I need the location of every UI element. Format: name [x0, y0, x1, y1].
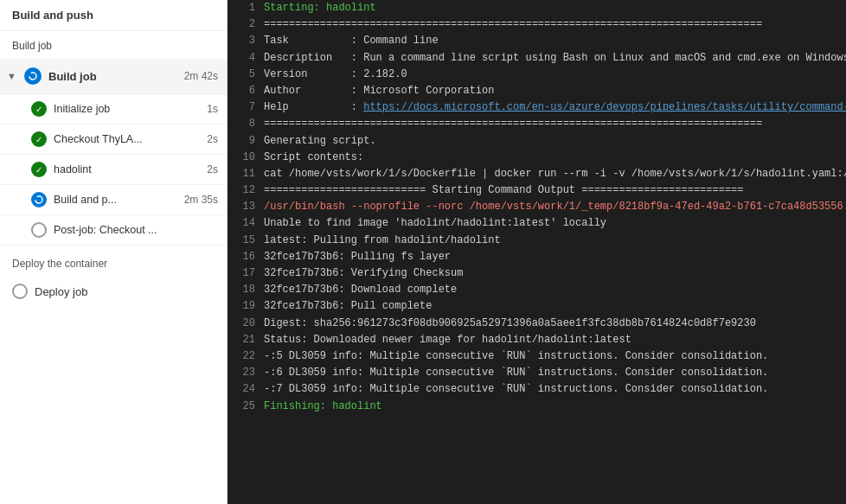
svg-point-1: [35, 196, 42, 203]
build-job-status-icon: [24, 67, 42, 85]
line-content: Digest: sha256:961273c3f08db906925a52971…: [264, 316, 846, 332]
chevron-down-icon: ▼: [7, 71, 21, 81]
line-content: 32fce17b73b6: Pulling fs layer: [264, 249, 846, 265]
line-number: 13: [228, 199, 264, 215]
log-row: 14Unable to find image 'hadolint/hadolin…: [228, 215, 846, 232]
line-number: 24: [228, 381, 264, 398]
step-post-checkout[interactable]: Post-job: Checkout ...: [0, 215, 227, 246]
line-content: -:6 DL3059 info: Multiple consecutive `R…: [264, 365, 846, 381]
log-row: 3Task : Command line: [228, 33, 846, 49]
step-post-checkout-name: Post-job: Checkout ...: [54, 224, 211, 236]
line-content: Generating script.: [264, 133, 846, 150]
line-content: Script contents:: [264, 150, 846, 166]
log-row: 1732fce17b73b6: Verifying Checksum: [228, 265, 846, 282]
line-number: 15: [228, 233, 264, 249]
step-build-running-icon: [31, 192, 47, 207]
line-number: 14: [228, 215, 264, 232]
deploy-section-label: Deploy the container: [0, 249, 227, 275]
line-content: cat /home/vsts/work/1/s/Dockerfile | doc…: [264, 166, 846, 182]
line-number: 1: [228, 0, 264, 16]
pipeline-title: Build and push: [0, 0, 227, 31]
deploy-job-header[interactable]: Deploy job: [0, 275, 227, 308]
log-row: 1Starting: hadolint: [228, 0, 846, 16]
step-initialize-job[interactable]: ✓ Initialize job 1s: [0, 94, 227, 124]
line-number: 25: [228, 399, 264, 415]
build-section-label: Build job: [0, 31, 227, 59]
line-content: Status: Downloaded newer image for hadol…: [264, 332, 846, 348]
log-row: 23-:6 DL3059 info: Multiple consecutive …: [228, 365, 846, 381]
step-success-icon: ✓: [31, 101, 47, 117]
log-row: 11cat /home/vsts/work/1/s/Dockerfile | d…: [228, 166, 846, 182]
line-content: ========================== Starting Comm…: [264, 182, 846, 199]
log-row: 25Finishing: hadolint: [228, 399, 846, 415]
line-number: 7: [228, 99, 264, 116]
step-hadolint-time: 2s: [207, 163, 218, 175]
step-build-time: 2m 35s: [184, 194, 218, 206]
log-row: 8=======================================…: [228, 116, 846, 132]
line-number: 10: [228, 150, 264, 166]
log-row: 10Script contents:: [228, 150, 846, 166]
line-content: -:5 DL3059 info: Multiple consecutive `R…: [264, 348, 846, 365]
line-number: 4: [228, 50, 264, 67]
step-hadolint-success-icon: ✓: [31, 162, 47, 177]
line-number: 8: [228, 116, 264, 132]
build-job-header[interactable]: ▼ Build job 2m 42s: [0, 59, 227, 94]
line-number: 18: [228, 282, 264, 298]
line-content: Description : Run a command line script …: [264, 50, 846, 67]
step-post-pending-icon: [31, 222, 47, 238]
line-content: -:7 DL3059 info: Multiple consecutive `R…: [264, 381, 846, 398]
log-row: 20Digest: sha256:961273c3f08db906925a529…: [228, 316, 846, 332]
line-number: 16: [228, 249, 264, 265]
step-initialize-job-time: 1s: [207, 103, 218, 115]
build-job-name: Build job: [48, 70, 177, 83]
line-number: 12: [228, 182, 264, 199]
line-number: 9: [228, 133, 264, 150]
line-number: 20: [228, 316, 264, 332]
line-content: Version : 2.182.0: [264, 67, 846, 83]
line-content: Unable to find image 'hadolint/hadolint:…: [264, 215, 846, 232]
line-content: Finishing: hadolint: [264, 399, 846, 415]
step-initialize-job-name: Initialize job: [54, 103, 200, 115]
step-checkout-name: Checkout ThyLA...: [54, 133, 200, 145]
log-row: 1632fce17b73b6: Pulling fs layer: [228, 249, 846, 265]
log-row: 6Author : Microsoft Corporation: [228, 83, 846, 99]
log-content: 1Starting: hadolint2====================…: [228, 0, 846, 415]
log-row: 15latest: Pulling from hadolint/hadolint: [228, 233, 846, 249]
step-checkout[interactable]: ✓ Checkout ThyLA... 2s: [0, 124, 227, 155]
line-number: 3: [228, 33, 264, 49]
log-row: 12========================== Starting Co…: [228, 182, 846, 199]
log-row: 21Status: Downloaded newer image for had…: [228, 332, 846, 348]
step-build-name: Build and p...: [54, 194, 177, 206]
sidebar: Build and push Build job ▼ Build job 2m …: [0, 0, 228, 504]
log-panel: 1Starting: hadolint2====================…: [228, 0, 846, 504]
line-number: 6: [228, 83, 264, 99]
line-number: 5: [228, 67, 264, 83]
deploy-section: Deploy the container Deploy job: [0, 249, 227, 308]
line-content: ========================================…: [264, 16, 846, 33]
log-row: 9Generating script.: [228, 133, 846, 150]
step-checkout-success-icon: ✓: [31, 131, 47, 147]
log-row: 24-:7 DL3059 info: Multiple consecutive …: [228, 381, 846, 398]
log-row: 22-:5 DL3059 info: Multiple consecutive …: [228, 348, 846, 365]
step-build-push[interactable]: Build and p... 2m 35s: [0, 185, 227, 215]
line-content: Help : https://docs.microsoft.com/en-us/…: [264, 99, 846, 116]
line-content: Starting: hadolint: [264, 0, 846, 16]
line-content: 32fce17b73b6: Pull complete: [264, 298, 846, 315]
log-row: 5Version : 2.182.0: [228, 67, 846, 83]
log-row: 4Description : Run a command line script…: [228, 50, 846, 67]
line-number: 22: [228, 348, 264, 365]
line-content: /usr/bin/bash --noprofile --norc /home/v…: [264, 199, 846, 215]
step-checkout-time: 2s: [207, 133, 218, 145]
log-row: 13/usr/bin/bash --noprofile --norc /home…: [228, 199, 846, 215]
line-content: latest: Pulling from hadolint/hadolint: [264, 233, 846, 249]
line-content: 32fce17b73b6: Verifying Checksum: [264, 265, 846, 282]
line-number: 2: [228, 16, 264, 33]
log-row: 7Help : https://docs.microsoft.com/en-us…: [228, 99, 846, 116]
svg-point-0: [29, 73, 36, 80]
line-content: Task : Command line: [264, 33, 846, 49]
step-hadolint-name: hadolint: [54, 163, 200, 175]
step-hadolint[interactable]: ✓ hadolint 2s: [0, 155, 227, 185]
line-content: ========================================…: [264, 116, 846, 132]
log-row: 2=======================================…: [228, 16, 846, 33]
line-content: Author : Microsoft Corporation: [264, 83, 846, 99]
